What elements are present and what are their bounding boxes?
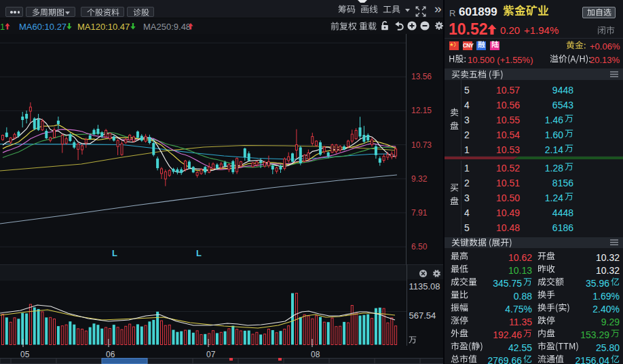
- svg-text:L: L: [196, 248, 202, 258]
- svg-text:7.91: 7.91: [411, 208, 428, 218]
- svg-text:10.73: 10.73: [411, 140, 432, 150]
- svg-text:9.32: 9.32: [411, 174, 428, 184]
- svg-text:13.56: 13.56: [411, 72, 432, 81]
- svg-text:12.15: 12.15: [411, 106, 432, 115]
- svg-text:1135.08: 1135.08: [409, 281, 440, 291]
- svg-text:L: L: [112, 248, 117, 258]
- svg-text:567.54: 567.54: [409, 310, 436, 321]
- svg-text:6.50: 6.50: [411, 242, 428, 251]
